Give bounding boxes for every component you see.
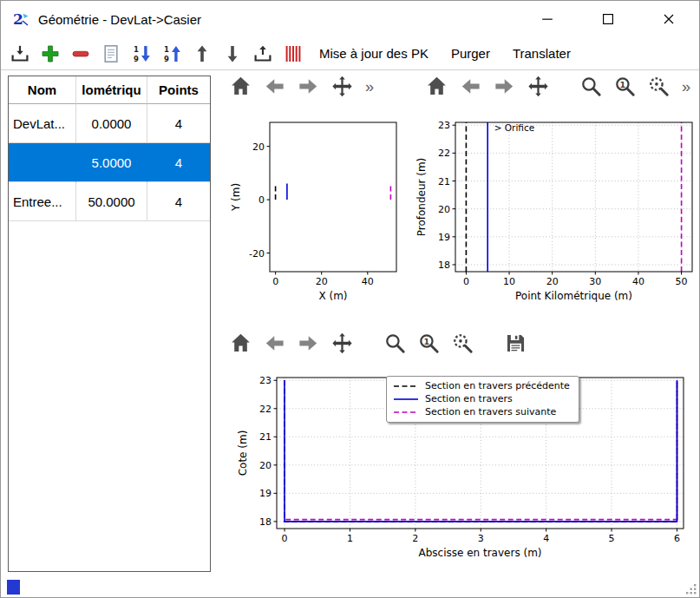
remove-button[interactable]: [69, 42, 92, 65]
cross-section-chart[interactable]: 0123456181920212223Abscisse en travers (…: [214, 369, 699, 577]
column-header-points[interactable]: Points: [147, 76, 210, 104]
sort-up-icon: [161, 43, 182, 64]
magnifier-icon: [383, 332, 407, 355]
home-button[interactable]: [228, 74, 253, 99]
edit-button[interactable]: [99, 42, 122, 65]
svg-text:21: 21: [438, 176, 450, 187]
magnifier-fit-icon: [647, 75, 671, 98]
home-button[interactable]: [228, 331, 253, 356]
import-button[interactable]: [8, 42, 31, 65]
profile-chart[interactable]: 01020304050181920212223Point Kilométriqu…: [407, 110, 699, 322]
back-arrow-icon: [263, 332, 286, 355]
back-arrow-icon: [459, 75, 482, 98]
zoom-one-button[interactable]: [612, 74, 638, 99]
purge-button[interactable]: Purger: [443, 46, 498, 61]
pan-button[interactable]: [330, 331, 355, 356]
svg-text:Y (m): Y (m): [230, 183, 242, 212]
main-toolbar: Mise à jour des PK Purger Translater: [1, 37, 699, 70]
close-icon: [660, 10, 677, 28]
pk-stripes-button[interactable]: [281, 42, 304, 65]
table-cell-name[interactable]: DevLat...: [9, 104, 76, 143]
table-cell-name[interactable]: Entree...: [9, 182, 76, 221]
sections-panel: Nom lométriqu Points DevLat... 0.0000 4 …: [8, 76, 211, 572]
magnifier-one-icon: [613, 75, 637, 98]
home-icon: [229, 332, 252, 355]
update-pk-button[interactable]: Mise à jour des PK: [311, 46, 436, 61]
table-cell-pk-selected[interactable]: 5.0000: [76, 143, 147, 182]
close-button[interactable]: [638, 1, 699, 37]
home-icon: [425, 75, 448, 98]
sections-table: Nom lométriqu Points DevLat... 0.0000 4 …: [9, 76, 210, 221]
sort-ascending-button[interactable]: [160, 42, 183, 65]
resize-grip[interactable]: [685, 583, 697, 595]
forward-button[interactable]: [492, 74, 517, 99]
table-cell-pk[interactable]: 50.0000: [76, 182, 147, 221]
svg-text:23: 23: [259, 375, 271, 386]
svg-text:3: 3: [478, 533, 484, 544]
add-icon: [40, 43, 61, 64]
svg-text:20: 20: [546, 276, 559, 287]
home-icon: [229, 75, 252, 98]
plan-plot-toolbar: »: [228, 74, 376, 99]
translate-button[interactable]: Translater: [505, 46, 579, 61]
column-header-nom[interactable]: Nom: [9, 76, 76, 104]
table-cell-points-selected[interactable]: 4: [147, 143, 210, 182]
magnifier-icon: [579, 75, 603, 98]
remove-icon: [70, 43, 91, 64]
magnifier-fit-icon: [451, 332, 474, 355]
forward-button[interactable]: [296, 74, 321, 99]
svg-text:10: 10: [503, 276, 515, 287]
pan-button[interactable]: [526, 74, 551, 99]
svg-text:18: 18: [259, 516, 271, 528]
plan-view-chart[interactable]: 02040-20020X (m)Y (m): [214, 110, 405, 322]
home-button[interactable]: [424, 74, 449, 99]
legend-entry: Section en travers: [393, 393, 570, 404]
back-button[interactable]: [262, 74, 287, 99]
pan-icon: [330, 332, 354, 355]
svg-text:20: 20: [316, 276, 328, 287]
export-button[interactable]: [251, 42, 274, 65]
table-cell-pk[interactable]: 0.0000: [76, 104, 147, 143]
svg-text:30: 30: [589, 276, 601, 287]
table-cell-name-selected[interactable]: [9, 143, 76, 182]
toolbar-overflow-button[interactable]: »: [680, 79, 692, 95]
svg-text:4: 4: [543, 533, 549, 544]
maximize-button[interactable]: [578, 1, 638, 37]
move-up-button[interactable]: [190, 42, 213, 65]
svg-text:> Orifice: > Orifice: [494, 122, 534, 133]
titlebar: 2 Géométrie - DevLat->Casier: [1, 1, 699, 37]
back-button[interactable]: [262, 331, 287, 356]
table-cell-points[interactable]: 4: [147, 104, 210, 143]
window-controls: [517, 1, 699, 37]
svg-text:19: 19: [259, 488, 271, 499]
forward-arrow-icon: [297, 332, 320, 355]
sort-descending-button[interactable]: [129, 42, 153, 65]
svg-text:-20: -20: [249, 248, 265, 260]
app-icon: 2: [11, 10, 30, 29]
move-down-button[interactable]: [220, 42, 244, 65]
chart-legend: Section en travers précédenteSection en …: [386, 376, 579, 423]
add-button[interactable]: [38, 42, 62, 65]
zoom-one-button[interactable]: [416, 331, 442, 356]
column-header-pk[interactable]: lométriqu: [76, 76, 147, 104]
save-icon: [504, 332, 527, 355]
zoom-button[interactable]: [383, 331, 408, 356]
forward-button[interactable]: [296, 331, 321, 356]
svg-text:2: 2: [412, 533, 418, 544]
back-button[interactable]: [458, 74, 483, 99]
back-arrow-icon: [263, 75, 286, 98]
zoom-fit-button[interactable]: [450, 331, 475, 356]
svg-text:Abscisse en travers (m): Abscisse en travers (m): [418, 547, 541, 559]
chart-canvas: 01020304050181920212223Point Kilométriqu…: [407, 110, 699, 322]
toolbar-overflow-button[interactable]: »: [363, 79, 376, 95]
svg-text:19: 19: [438, 232, 450, 243]
save-button[interactable]: [503, 331, 528, 356]
svg-text:Profondeur (m): Profondeur (m): [415, 158, 428, 237]
down-arrow-icon: [222, 43, 243, 64]
minimize-button[interactable]: [517, 1, 578, 37]
pan-button[interactable]: [330, 74, 355, 99]
zoom-button[interactable]: [579, 74, 604, 99]
zoom-fit-button[interactable]: [646, 74, 671, 99]
table-cell-points[interactable]: 4: [147, 182, 210, 221]
export-icon: [252, 43, 273, 64]
